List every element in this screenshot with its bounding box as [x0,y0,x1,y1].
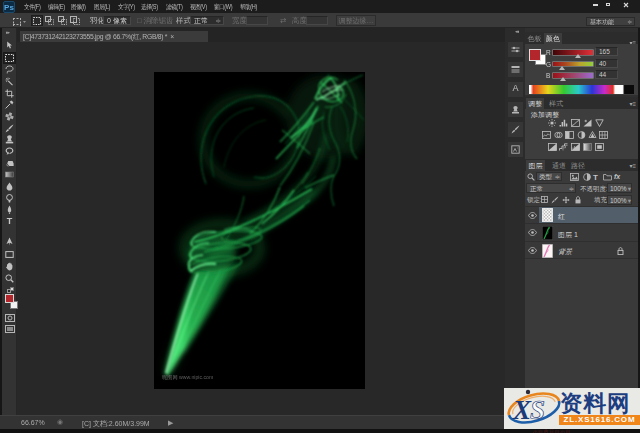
svg-text:S: S [530,395,545,425]
svg-text:昵图网 www.nipic.com: 昵图网 www.nipic.com [162,374,213,381]
svg-text:X: X [512,395,532,425]
